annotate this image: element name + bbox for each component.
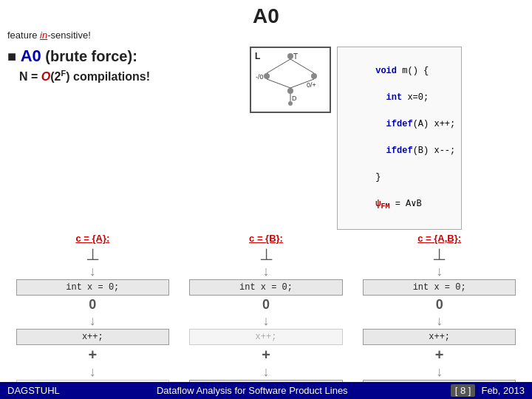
left-panel: ■ A0 (brute force): N = O(2F) compilatio…	[7, 47, 244, 83]
col-A-title: c = {A}:	[75, 233, 109, 244]
col-B-code2: x++;	[189, 329, 343, 345]
bottom-left: DAGSTUHL	[7, 385, 60, 396]
col-AB: c = {A,B}: ⊥ ↓ int x = 0; 0 ↓ x++; + ↓ x…	[354, 233, 525, 399]
columns-area: c = {A}: ⊥ ↓ int x = 0; 0 ↓ x++; + ↓ x--…	[0, 230, 532, 399]
svg-point-4	[311, 73, 317, 79]
col-A-code1: int x = 0;	[16, 279, 170, 296]
formula-o: O	[41, 70, 50, 83]
col-B-arrow1: ⊥	[259, 247, 273, 263]
a0-description: (brute force):	[45, 48, 137, 64]
bottom-right: Feb, 2013	[481, 385, 525, 396]
formula-prefix: N =	[19, 70, 41, 83]
col-AB-down3: ↓	[436, 365, 443, 378]
col-B-down2: ↓	[263, 314, 270, 327]
compilations: N = O(2F) compilations!	[19, 69, 244, 83]
col-B-title: c = {B}:	[249, 233, 283, 244]
bottom-page: [ 8 ]	[451, 384, 476, 397]
col-A-value1: 0	[89, 297, 96, 313]
col-AB-down1: ↓	[436, 265, 443, 278]
col-AB-plus: +	[435, 347, 444, 364]
col-AB-arrow1: ⊥	[432, 247, 446, 263]
right-panel: T -/0 0/+ D L	[250, 47, 525, 230]
col-A: c = {A}: ⊥ ↓ int x = 0; 0 ↓ x++; + ↓ x--…	[7, 233, 178, 399]
a0-label: A0	[21, 47, 41, 65]
col-A-plus: +	[88, 347, 97, 364]
code-equals: = A∨B	[389, 199, 421, 209]
col-B-plus: +	[262, 347, 270, 364]
col-AB-title: c = {A,B}:	[417, 233, 461, 244]
a0-title: ■ A0 (brute force):	[7, 47, 244, 66]
main-content: ■ A0 (brute force): N = O(2F) compilatio…	[0, 44, 532, 230]
feature-prefix: feature	[7, 30, 40, 41]
bullet: ■	[7, 48, 16, 64]
col-AB-code2: x++;	[363, 329, 516, 345]
lattice-diagram: T -/0 0/+ D L	[253, 50, 327, 109]
code-kw-ifdef-b: ifdef	[386, 146, 413, 156]
svg-line-10	[290, 59, 314, 73]
page-title: A0	[0, 0, 532, 30]
svg-text:-/0: -/0	[256, 73, 264, 81]
feature-suffix: -sensitive!	[47, 30, 91, 41]
col-A-arrow1: ⊥	[86, 247, 100, 263]
col-B-down3: ↓	[263, 365, 270, 378]
col-A-down3: ↓	[89, 365, 96, 378]
feature-line: feature in-sensitive!	[0, 30, 532, 44]
svg-point-6	[287, 88, 293, 94]
bottom-bar: DAGSTUHL Dataflow Analysis for Software …	[0, 382, 532, 399]
code-box: void m() { int x=0; ifdef(A) x++; ifdef(…	[337, 47, 462, 230]
svg-text:0/+: 0/+	[307, 81, 316, 89]
svg-point-2	[264, 73, 270, 79]
title-text: A0	[253, 4, 279, 27]
col-AB-down2: ↓	[436, 314, 443, 327]
col-B-value1: 0	[262, 297, 270, 313]
col-AB-value1: 0	[436, 297, 443, 313]
bottom-center: Dataflow Analysis for Software Product L…	[60, 385, 445, 396]
svg-text:D: D	[292, 95, 297, 102]
col-B-code1: int x = 0;	[189, 279, 343, 296]
code-kw-void: void	[375, 66, 397, 76]
svg-text:L: L	[255, 51, 260, 61]
psi-label: ψFM	[375, 199, 389, 209]
svg-point-8	[288, 101, 293, 106]
col-B: c = {B}: ⊥ ↓ int x = 0; 0 ↓ x++; + ↓ x--…	[181, 233, 352, 399]
formula-suffix: ) compilations!	[66, 70, 150, 83]
svg-line-11	[267, 79, 290, 88]
svg-point-0	[287, 53, 293, 59]
svg-line-9	[267, 59, 290, 73]
col-B-down1: ↓	[263, 265, 270, 278]
code-kw-int: int	[386, 92, 403, 103]
col-A-down2: ↓	[89, 314, 96, 327]
code-kw-ifdef-a: ifdef	[386, 119, 413, 129]
feature-highlight: in	[40, 30, 47, 41]
col-A-down1: ↓	[89, 265, 96, 278]
svg-text:T: T	[293, 52, 298, 61]
lattice-box: T -/0 0/+ D L	[250, 47, 331, 113]
col-AB-code1: int x = 0;	[363, 279, 516, 296]
col-A-code2: x++;	[16, 329, 170, 345]
